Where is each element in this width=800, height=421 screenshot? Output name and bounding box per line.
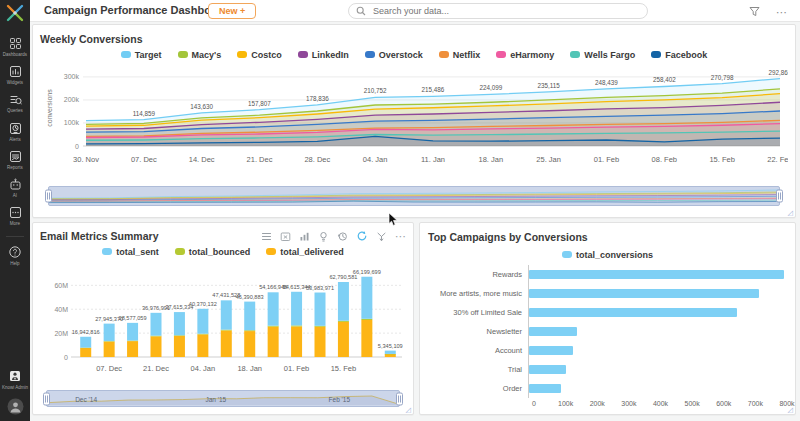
hbar-order[interactable]	[529, 384, 561, 393]
bar-segment-total_sent[interactable]	[104, 324, 115, 341]
sidebar-item-more[interactable]: More	[0, 206, 30, 226]
x-tick-label: 07. Dec	[131, 155, 157, 164]
knowi-logo[interactable]	[5, 3, 25, 27]
legend-label: eHarmony	[510, 50, 554, 60]
filter-icon[interactable]	[749, 3, 760, 21]
bar-segment-total_delivered[interactable]	[80, 348, 91, 357]
legend-item-LinkedIn[interactable]: LinkedIn	[298, 50, 349, 60]
hbar-30-off-limited-sale[interactable]	[529, 308, 737, 317]
drilldown-icon[interactable]	[376, 231, 387, 242]
legend-item-Macy's[interactable]: Macy's	[178, 50, 222, 60]
bar-segment-total_sent[interactable]	[291, 292, 302, 326]
bar-segment-total_bounced[interactable]	[315, 326, 326, 327]
weekly-range-navigator[interactable]	[48, 186, 780, 206]
bar-segment-total_delivered[interactable]	[315, 327, 326, 357]
bar-segment-total_sent[interactable]	[221, 300, 232, 329]
table-view-icon[interactable]	[261, 231, 272, 242]
resize-handle-icon[interactable]: ◿	[406, 406, 411, 413]
bar-segment-total_sent[interactable]	[151, 313, 162, 336]
bar-segment-total_bounced[interactable]	[151, 336, 162, 337]
legend-item-total_sent[interactable]: total_sent	[102, 247, 159, 257]
bar-segment-total_delivered[interactable]	[385, 354, 396, 357]
bar-segment-total_delivered[interactable]	[104, 342, 115, 357]
topbar-more-icon[interactable]: ⋯	[776, 8, 788, 16]
search-input[interactable]	[371, 5, 640, 17]
sidebar-item-ai[interactable]: AI	[0, 178, 30, 198]
bar-segment-total_sent[interactable]	[385, 351, 396, 354]
legend-item-Costco[interactable]: Costco	[237, 50, 282, 60]
hbar-newsletter[interactable]	[529, 327, 577, 336]
hbar-trial[interactable]	[529, 365, 566, 374]
bar-segment-total_delivered[interactable]	[174, 336, 185, 357]
legend-item-Wells Fargo[interactable]: Wells Fargo	[570, 50, 635, 60]
bar-segment-total_sent[interactable]	[127, 323, 138, 341]
bar-segment-total_delivered[interactable]	[197, 334, 208, 357]
bar-segment-total_bounced[interactable]	[221, 330, 232, 331]
bar-segment-total_delivered[interactable]	[127, 341, 138, 357]
legend-item-eHarmony[interactable]: eHarmony	[496, 50, 554, 60]
legend-item-Netflix[interactable]: Netflix	[439, 50, 481, 60]
new-button[interactable]: New +	[208, 3, 256, 19]
bar-segment-total_delivered[interactable]	[338, 322, 349, 357]
bar-segment-total_bounced[interactable]	[244, 330, 255, 331]
bar-segment-total_sent[interactable]	[361, 277, 372, 319]
legend-item-Target[interactable]: Target	[121, 50, 162, 60]
bar-segment-total_bounced[interactable]	[268, 326, 279, 327]
sidebar-item-admin[interactable]: Knowi Admin	[0, 369, 30, 390]
history-icon[interactable]	[337, 231, 348, 242]
legend-item-total_delivered[interactable]: total_delivered	[266, 247, 344, 257]
bar-segment-total_bounced[interactable]	[197, 334, 208, 335]
email-bar-chart[interactable]: 020M40M60M16,942,81627,945,37007. Dec28,…	[40, 259, 406, 385]
bar-segment-total_sent[interactable]	[338, 282, 349, 321]
bar-segment-total_sent[interactable]	[80, 337, 91, 348]
bar-segment-total_bounced[interactable]	[174, 335, 185, 336]
sidebar-item-help[interactable]: Help	[0, 245, 30, 266]
export-icon[interactable]	[280, 231, 291, 242]
sidebar-item-alerts[interactable]: Alerts	[0, 122, 30, 142]
resize-handle-icon[interactable]: ◿	[788, 406, 793, 413]
bar-segment-total_bounced[interactable]	[361, 319, 372, 320]
navigator-left-handle[interactable]	[45, 190, 52, 203]
legend-item-total_bounced[interactable]: total_bounced	[175, 247, 251, 257]
bar-segment-total_bounced[interactable]	[127, 341, 138, 342]
weekly-line-chart[interactable]: 0100k200k300kconversions114,859143,63015…	[40, 62, 788, 180]
bar-segment-total_sent[interactable]	[197, 309, 208, 334]
sidebar-item-widgets[interactable]: Widgets	[0, 65, 30, 85]
insights-icon[interactable]	[318, 231, 329, 242]
widget-more-icon[interactable]: ⋯	[395, 233, 406, 240]
x-tick-label: 01. Feb	[594, 155, 619, 164]
bar-segment-total_sent[interactable]	[315, 293, 326, 326]
navigator-left-handle[interactable]	[43, 392, 50, 405]
bar-segment-total_delivered[interactable]	[244, 331, 255, 357]
legend-item-total_conversions[interactable]: total_conversions	[562, 250, 653, 260]
sidebar-item-reports[interactable]: Reports	[0, 150, 30, 170]
bar-segment-total_delivered[interactable]	[291, 326, 302, 357]
email-range-navigator[interactable]: Dec '14 Jan '15 Feb '15	[46, 390, 400, 407]
bar-segment-total_delivered[interactable]	[221, 330, 232, 357]
hbar-rewards[interactable]	[529, 270, 784, 279]
bar-segment-total_bounced[interactable]	[80, 348, 91, 349]
sidebar-item-queries[interactable]: Queries	[0, 93, 30, 113]
sidebar-item-dashboards[interactable]: Dashboards	[0, 37, 30, 57]
bar-segment-total_delivered[interactable]	[151, 336, 162, 357]
chart-type-icon[interactable]	[299, 231, 310, 242]
bar-segment-total_delivered[interactable]	[268, 327, 279, 357]
legend-item-Facebook[interactable]: Facebook	[651, 50, 707, 60]
bar-segment-total_sent[interactable]	[268, 292, 279, 325]
bar-segment-total_bounced[interactable]	[338, 321, 349, 322]
resize-handle-icon[interactable]: ◿	[788, 209, 793, 216]
hbar-account[interactable]	[529, 346, 573, 355]
refresh-icon[interactable]	[356, 230, 368, 242]
bar-segment-total_bounced[interactable]	[291, 325, 302, 326]
search-box[interactable]	[348, 3, 648, 19]
user-avatar[interactable]	[0, 398, 30, 415]
legend-item-Overstock[interactable]: Overstock	[365, 50, 423, 60]
bar-segment-total_sent[interactable]	[244, 302, 255, 331]
hbar-more-artists-more-music[interactable]	[529, 289, 759, 298]
bar-segment-total_bounced[interactable]	[385, 354, 396, 355]
bar-segment-total_bounced[interactable]	[104, 341, 115, 342]
navigator-right-handle[interactable]	[776, 190, 783, 203]
bar-segment-total_sent[interactable]	[174, 312, 185, 335]
bar-segment-total_delivered[interactable]	[361, 320, 372, 357]
navigator-right-handle[interactable]	[396, 392, 403, 405]
